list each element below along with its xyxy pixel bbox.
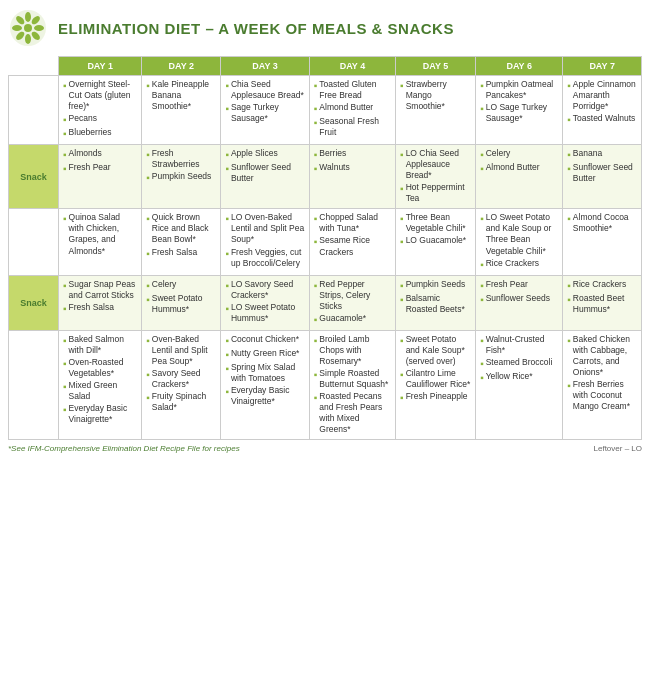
bullet-icon: ▪	[314, 334, 318, 347]
list-item-text: Oven-Baked Lentil and Split Pea Soup*	[152, 334, 217, 367]
bullet-icon: ▪	[567, 79, 571, 92]
bullet-icon: ▪	[225, 102, 229, 115]
bullet-icon: ▪	[480, 357, 484, 370]
cell-snack-day6: ▪Celery▪Almond Butter	[476, 145, 563, 209]
list-item-text: Everyday Basic Vinaigrette*	[231, 385, 305, 407]
page: ELIMINATION DIET – A WEEK OF MEALS & SNA…	[0, 0, 650, 461]
bullet-icon: ▪	[63, 113, 67, 126]
list-item: ▪Fruity Spinach Salad*	[146, 391, 216, 413]
bullet-icon: ▪	[63, 334, 67, 347]
list-item: ▪Celery	[146, 279, 216, 292]
list-item-text: Strawberry Mango Smoothie*	[406, 79, 472, 112]
list-item-text: Rice Crackers	[573, 279, 626, 290]
bullet-icon: ▪	[480, 162, 484, 175]
row-lunch-2: Lunch▪Quinoa Salad with Chicken, Grapes,…	[9, 209, 642, 275]
list-item-text: Sweet Potato Hummus*	[152, 293, 217, 315]
list-item-text: Roasted Beet Hummus*	[573, 293, 637, 315]
list-item-text: Sugar Snap Peas and Carrot Sticks	[69, 279, 138, 301]
bullet-icon: ▪	[480, 334, 484, 347]
bullet-icon: ▪	[480, 279, 484, 292]
bullet-icon: ▪	[63, 357, 67, 370]
bullet-icon: ▪	[146, 247, 150, 260]
list-item: ▪Fresh Salsa	[146, 247, 216, 260]
list-item-text: Fresh Strawberries	[152, 148, 217, 170]
row-label-dinner: Dinner	[9, 330, 59, 439]
list-item: ▪Red Pepper Strips, Celery Sticks	[314, 279, 391, 312]
bullet-icon: ▪	[314, 116, 318, 129]
list-item: ▪Coconut Chicken*	[225, 334, 304, 347]
cell-snack-day5: ▪Pumpkin Seeds▪Balsamic Roasted Beets*	[396, 275, 476, 330]
list-item-text: Sage Turkey Sausage*	[231, 102, 305, 124]
list-item: ▪Sesame Rice Crackers	[314, 235, 391, 257]
bullet-icon: ▪	[480, 148, 484, 161]
bullet-icon: ▪	[225, 212, 229, 225]
list-item: ▪Almonds	[63, 148, 137, 161]
list-item-text: Fresh Berries with Coconut Mango Cream*	[573, 379, 637, 412]
day-3-header: DAY 3	[221, 57, 309, 76]
list-item: ▪Yellow Rice*	[480, 371, 558, 384]
bullet-icon: ▪	[567, 212, 571, 225]
list-item-text: Blueberries	[69, 127, 112, 138]
svg-point-1	[24, 24, 32, 32]
list-item: ▪Apple Slices	[225, 148, 304, 161]
list-item: ▪Hot Peppermint Tea	[400, 182, 471, 204]
empty-header	[9, 57, 59, 76]
cell-lunch-day2: ▪Quick Brown Rice and Black Bean Bowl*▪F…	[142, 209, 221, 275]
bullet-icon: ▪	[146, 368, 150, 381]
list-item-text: LO Guacamole*	[406, 235, 466, 246]
list-item: ▪Spring Mix Salad with Tomatoes	[225, 362, 304, 384]
row-label-snack: Snack	[9, 145, 59, 209]
cell-dinner-day6: ▪Walnut-Crusted Fish*▪Steamed Broccoli▪Y…	[476, 330, 563, 439]
list-item-text: Simple Roasted Butternut Squash*	[319, 368, 391, 390]
bullet-icon: ▪	[400, 368, 404, 381]
list-item: ▪Toasted Gluten Free Bread	[314, 79, 391, 101]
bullet-icon: ▪	[225, 302, 229, 315]
list-item-text: Apple Cinnamon Amaranth Porridge*	[573, 79, 637, 112]
bullet-icon: ▪	[567, 379, 571, 392]
page-title: ELIMINATION DIET – A WEEK OF MEALS & SNA…	[58, 20, 454, 37]
list-item-text: Celery	[152, 279, 177, 290]
day-2-header: DAY 2	[142, 57, 221, 76]
bullet-icon: ▪	[63, 148, 67, 161]
bullet-icon: ▪	[400, 235, 404, 248]
list-item-text: Toasted Gluten Free Bread	[319, 79, 391, 101]
list-item-text: Roasted Pecans and Fresh Pears with Mixe…	[319, 391, 391, 435]
meal-table: DAY 1 DAY 2 DAY 3 DAY 4 DAY 5 DAY 6 DAY …	[8, 56, 642, 440]
list-item: ▪Quick Brown Rice and Black Bean Bowl*	[146, 212, 216, 245]
list-item-text: Almond Butter	[319, 102, 373, 113]
row-label-lunch: Lunch	[9, 209, 59, 275]
bullet-icon: ▪	[567, 334, 571, 347]
cell-snack-day5: ▪LO Chia Seed Applesauce Bread*▪Hot Pepp…	[396, 145, 476, 209]
list-item: ▪LO Oven-Baked Lentil and Split Pea Soup…	[225, 212, 304, 245]
list-item-text: Quick Brown Rice and Black Bean Bowl*	[152, 212, 217, 245]
list-item: ▪LO Sweet Potato and Kale Soup or Three …	[480, 212, 558, 256]
list-item-text: Walnuts	[319, 162, 349, 173]
list-item: ▪Seasonal Fresh Fruit	[314, 116, 391, 138]
list-item: ▪LO Sage Turkey Sausage*	[480, 102, 558, 124]
list-item: ▪Kale Pineapple Banana Smoothie*	[146, 79, 216, 112]
list-item-text: LO Sage Turkey Sausage*	[486, 102, 559, 124]
bullet-icon: ▪	[225, 385, 229, 398]
list-item: ▪Baked Salmon with Dill*	[63, 334, 137, 356]
list-item-text: Seasonal Fresh Fruit	[319, 116, 391, 138]
cell-snack-day4: ▪Red Pepper Strips, Celery Sticks▪Guacam…	[309, 275, 395, 330]
list-item: ▪Sweet Potato Hummus*	[146, 293, 216, 315]
cell-snack-day1: ▪Sugar Snap Peas and Carrot Sticks▪Fresh…	[59, 275, 142, 330]
row-snack-3: Snack▪Sugar Snap Peas and Carrot Sticks▪…	[9, 275, 642, 330]
cell-lunch-day1: ▪Quinoa Salad with Chicken, Grapes, and …	[59, 209, 142, 275]
cell-lunch-day6: ▪LO Sweet Potato and Kale Soup or Three …	[476, 209, 563, 275]
list-item-text: Rice Crackers	[486, 258, 539, 269]
bullet-icon: ▪	[63, 302, 67, 315]
cell-breakfast-day6: ▪Pumpkin Oatmeal Pancakes*▪LO Sage Turke…	[476, 76, 563, 145]
list-item: ▪Simple Roasted Butternut Squash*	[314, 368, 391, 390]
list-item-text: Chopped Salad with Tuna*	[319, 212, 391, 234]
bullet-icon: ▪	[314, 391, 318, 404]
bullet-icon: ▪	[567, 162, 571, 175]
bullet-icon: ▪	[314, 279, 318, 292]
list-item: ▪Sunflower Seed Butter	[567, 162, 637, 184]
list-item: ▪Sugar Snap Peas and Carrot Sticks	[63, 279, 137, 301]
bullet-icon: ▪	[225, 334, 229, 347]
day-7-header: DAY 7	[563, 57, 642, 76]
footer-note: *See IFM-Comprehensive Elimination Diet …	[8, 444, 240, 453]
list-item: ▪LO Savory Seed Crackers*	[225, 279, 304, 301]
